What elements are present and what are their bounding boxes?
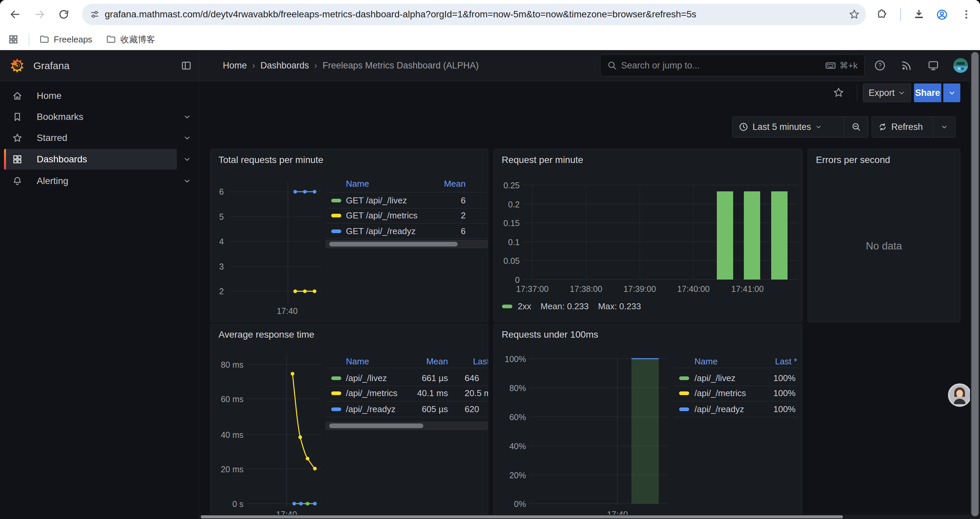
sidebar-item-label: Starred	[37, 133, 67, 143]
sidebar-item-label: Dashboards	[37, 154, 87, 164]
export-button[interactable]: Export	[863, 83, 911, 102]
separator	[326, 238, 488, 239]
help-icon[interactable]: ?	[874, 59, 886, 72]
bookmark-star-icon[interactable]	[849, 9, 860, 20]
toolbar-divider	[900, 8, 901, 21]
clock-icon	[738, 122, 749, 132]
series-swatch	[679, 407, 689, 411]
search-icon	[607, 61, 617, 70]
star-icon	[12, 133, 23, 143]
y-tick: 2	[210, 286, 224, 297]
url-bar[interactable]: grafana.mathmast.com/d/deytv4rwavabkb/fr…	[82, 4, 866, 25]
table-header-last[interactable]: Last *	[473, 356, 488, 367]
y-tick: 0.1	[494, 237, 520, 248]
table-header-name[interactable]: Name	[694, 356, 718, 367]
grafana-logo[interactable]	[10, 58, 25, 73]
back-icon[interactable]	[10, 9, 21, 20]
sidebar-item-home[interactable]: Home	[4, 86, 177, 106]
bookmark-folder-blogs[interactable]: 收藏博客	[106, 29, 155, 50]
refresh-button[interactable]: Refresh	[872, 117, 933, 137]
favorite-star-icon[interactable]	[833, 87, 844, 98]
user-avatar[interactable]	[953, 58, 968, 73]
kiosk-monitor-icon[interactable]	[927, 59, 939, 72]
x-tick: 17:40:00	[673, 284, 713, 294]
scrollbar-thumb[interactable]	[329, 423, 423, 428]
table-header-mean[interactable]: Mean	[399, 179, 466, 189]
share-menu-button[interactable]	[943, 83, 960, 102]
horizontal-scrollbar[interactable]	[199, 515, 970, 519]
news-icon[interactable]	[900, 59, 913, 72]
table-header-name[interactable]: Name	[346, 356, 369, 367]
sidebar-chevron-starred[interactable]	[183, 134, 191, 142]
extensions-icon[interactable]	[876, 9, 887, 20]
series-mean: 661 µs	[381, 373, 448, 383]
scrollbar-thumb[interactable]	[201, 515, 843, 518]
url-text[interactable]: grafana.mathmast.com/d/deytv4rwavabkb/fr…	[105, 9, 696, 20]
bell-icon	[12, 176, 23, 186]
panel-avg-response-time: Average response time 80 ms 60 ms 40 ms …	[210, 324, 488, 519]
floating-assistant-avatar[interactable]	[948, 383, 971, 407]
table-header-last[interactable]: Last *	[730, 356, 797, 367]
series-last: 100%	[729, 388, 795, 398]
sidebar-item-starred[interactable]: Starred	[4, 128, 177, 148]
chevron-down-icon	[941, 123, 948, 131]
legend-scrollbar[interactable]	[326, 240, 488, 248]
active-accent-bar	[4, 149, 6, 170]
x-tick: 17:39:00	[620, 284, 660, 294]
panel-title[interactable]: Errors per second	[816, 155, 890, 165]
panel-errors-per-second: Errors per second No data	[808, 149, 960, 322]
x-tick: 17:37:00	[512, 284, 552, 294]
separator	[326, 192, 488, 192]
breadcrumb-home[interactable]: Home	[223, 61, 247, 71]
site-settings-icon[interactable]	[89, 9, 100, 20]
refresh-interval-button[interactable]	[933, 117, 955, 137]
series-last: 100%	[729, 404, 795, 414]
panel-under-100ms: Requests under 100ms 100% 80% 60% 40% 20…	[493, 324, 803, 519]
separator	[326, 401, 488, 401]
table-header-name[interactable]: Name	[346, 179, 369, 189]
sidebar-item-alerting[interactable]: Alerting	[4, 171, 177, 192]
y-tick: 100%	[494, 354, 526, 364]
y-tick: 80%	[494, 383, 526, 393]
forward-icon[interactable]	[34, 9, 45, 20]
time-controls: Last 5 minutes	[732, 116, 868, 137]
zoom-out-button[interactable]	[844, 117, 868, 137]
sidebar-item-dashboards[interactable]: Dashboards	[4, 149, 177, 170]
scrollbar-thumb[interactable]	[329, 242, 458, 246]
browser-menu-icon[interactable]	[961, 9, 972, 20]
refresh-icon	[878, 122, 887, 132]
sidebar-item-bookmarks[interactable]: Bookmarks	[4, 107, 177, 127]
downloads-icon[interactable]	[913, 9, 924, 20]
profile-icon[interactable]	[936, 9, 947, 20]
bookmark-label: 收藏博客	[121, 34, 155, 45]
series-swatch	[331, 199, 341, 203]
refresh-label: Refresh	[891, 122, 923, 132]
y-tick: 0 s	[210, 498, 243, 509]
apps-grid-icon[interactable]	[8, 34, 19, 45]
sidebar-chevron-alerting[interactable]	[183, 177, 191, 185]
y-tick: 60%	[494, 412, 526, 423]
y-tick: 20 ms	[210, 464, 243, 474]
separator	[326, 386, 488, 386]
sidebar-toggle-icon[interactable]	[181, 60, 192, 71]
share-button[interactable]: Share	[914, 83, 941, 102]
y-tick: 3	[210, 261, 224, 272]
scrollbar-thumb[interactable]	[971, 52, 978, 516]
breadcrumb-dashboards[interactable]: Dashboards	[261, 61, 309, 71]
chevron-down-icon	[815, 124, 822, 130]
sidebar-chevron-bookmarks[interactable]	[183, 113, 191, 121]
legend-item-2xx[interactable]: 2xx Mean: 0.233 Max: 0.233	[502, 301, 641, 311]
reload-icon[interactable]	[58, 9, 69, 20]
folder-icon	[106, 34, 116, 45]
vertical-scrollbar[interactable]	[970, 50, 980, 519]
table-header-mean[interactable]: Mean	[381, 356, 448, 367]
browser-window: grafana.mathmast.com/d/deytv4rwavabkb/fr…	[0, 0, 980, 519]
series-last: 646	[465, 373, 488, 383]
search-input[interactable]: Search or jump to... ⌘+k	[600, 54, 865, 77]
series-name: 2xx	[518, 301, 531, 311]
legend-scrollbar[interactable]	[326, 422, 488, 430]
bookmark-folder-freeleaps[interactable]: Freeleaps	[39, 29, 92, 50]
sidebar-chevron-dashboards[interactable]	[183, 155, 191, 164]
time-range-picker[interactable]: Last 5 minutes	[732, 117, 844, 137]
series-swatch	[331, 230, 341, 233]
